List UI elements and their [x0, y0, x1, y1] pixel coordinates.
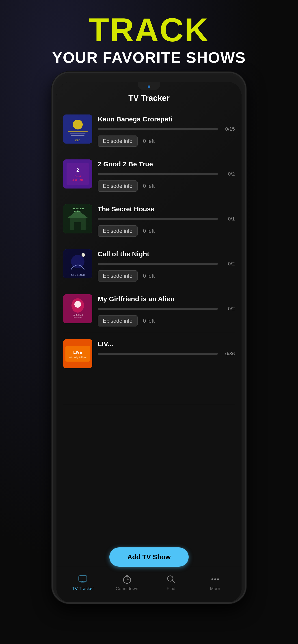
svg-text:LIVE: LIVE	[73, 350, 82, 355]
svg-point-1	[73, 120, 83, 130]
hero-section: TRACK YOUR FAVORITE SHOWS	[0, 14, 298, 66]
svg-rect-4	[71, 135, 84, 136]
episode-info-btn-2g2bt[interactable]: Episode info	[98, 180, 137, 192]
show-poster-2g2bt[interactable]: 2 Good 2 Be True	[63, 160, 92, 188]
svg-text:KBC: KBC	[75, 139, 80, 142]
progress-count-kbc: 0/15	[221, 126, 235, 132]
svg-rect-3	[70, 134, 86, 134]
svg-text:2 Be True: 2 Be True	[72, 178, 83, 181]
episodes-left-tsh: 0 left	[143, 228, 155, 234]
progress-count-tsh: 0/1	[221, 216, 235, 222]
show-poster-cotn[interactable]: Call of the Night	[63, 249, 92, 278]
hero-subtitle-text: YOUR FAVORITE SHOWS	[0, 49, 298, 66]
episode-info-btn-cotn[interactable]: Episode info	[98, 270, 137, 282]
show-title-mgiaa: My Girlfriend is an Alien	[98, 295, 235, 303]
tv-tracker-icon	[77, 574, 88, 585]
show-poster-mgiaa[interactable]: My Girlfriend is an Alien	[63, 294, 92, 323]
episode-info-btn-tsh[interactable]: Episode info	[98, 226, 137, 236]
show-info-cotn: Call of the Night 0/2 Episode info 0 lef…	[98, 249, 235, 282]
progress-bg-mgiaa	[98, 308, 218, 310]
nav-label-tv-tracker: TV Tracker	[72, 586, 94, 591]
episode-row-tsh: Episode info 0 left	[98, 226, 235, 236]
episode-row-kbc: Episode info 0 left	[98, 136, 235, 147]
show-item-cotn: Call of the Night Call of the Night 0/2	[63, 243, 235, 288]
svg-point-23	[74, 301, 81, 308]
progress-count-cotn: 0/2	[221, 261, 235, 267]
svg-text:Good: Good	[75, 175, 81, 178]
svg-point-18	[71, 255, 84, 268]
show-title-cotn: Call of the Night	[98, 250, 235, 258]
shows-list[interactable]: KBC Kaun Banega Crorepati 0/15 Episode	[56, 108, 242, 584]
svg-text:HOUSE: HOUSE	[74, 210, 81, 212]
hero-track-text: TRACK	[0, 14, 298, 46]
svg-rect-7	[67, 163, 89, 185]
progress-count-2g2bt: 0/2	[221, 171, 235, 177]
progress-row-kbc: 0/15	[98, 126, 235, 132]
episodes-left-kbc: 0 left	[143, 138, 155, 144]
progress-bg-live	[98, 353, 218, 355]
episode-row-cotn: Episode info 0 left	[98, 270, 235, 282]
show-item-tsh: THE SECRET HOUSE The Secret House 0/1	[63, 198, 235, 243]
show-title-tsh: The Secret House	[98, 205, 235, 213]
show-poster-tsh[interactable]: THE SECRET HOUSE	[63, 204, 92, 234]
show-info-kbc: Kaun Banega Crorepati 0/15 Episode info …	[98, 114, 235, 147]
progress-row-tsh: 0/1	[98, 216, 235, 222]
progress-row-mgiaa: 0/2	[98, 306, 235, 312]
episode-row-mgiaa: Episode info 0 left	[98, 315, 235, 326]
svg-point-19	[82, 253, 85, 257]
bottom-nav: TV Tracker Countdown	[56, 567, 242, 602]
phone-frame: TV Tracker KBC	[52, 72, 246, 604]
phone-notch	[138, 82, 160, 90]
svg-text:My Girlfriend: My Girlfriend	[73, 314, 83, 316]
svg-text:Call of the Night: Call of the Night	[71, 274, 85, 276]
svg-line-38	[172, 580, 175, 583]
svg-rect-2	[68, 131, 88, 132]
show-info-2g2bt: 2 Good 2 Be True 0/2 Episode info 0 left	[98, 160, 235, 192]
screen-content: TV Tracker KBC	[56, 82, 242, 602]
nav-label-countdown: Countdown	[116, 586, 138, 591]
svg-text:with Kelly & Ryan: with Kelly & Ryan	[69, 356, 86, 359]
nav-item-tv-tracker[interactable]: TV Tracker	[61, 574, 105, 591]
show-poster-live[interactable]: LIVE with Kelly & Ryan	[63, 339, 92, 368]
countdown-icon	[121, 574, 133, 585]
show-item-2g2bt: 2 Good 2 Be True 2 Good 2 Be True 0/2	[63, 153, 235, 198]
svg-point-39	[211, 578, 213, 580]
show-title-kbc: Kaun Banega Crorepati	[98, 116, 235, 123]
episode-row-2g2bt: Episode info 0 left	[98, 180, 235, 192]
episodes-left-cotn: 0 left	[143, 273, 155, 279]
episode-info-btn-mgiaa[interactable]: Episode info	[98, 315, 137, 326]
svg-rect-14	[74, 222, 81, 230]
phone-screen: TV Tracker KBC	[56, 82, 242, 602]
show-poster-kbc[interactable]: KBC	[63, 114, 92, 144]
episodes-left-2g2bt: 0 left	[143, 183, 155, 189]
nav-item-more[interactable]: More	[193, 574, 237, 591]
progress-bg-tsh	[98, 218, 218, 220]
episodes-left-mgiaa: 0 left	[143, 318, 155, 324]
app-title: TV Tracker	[56, 94, 242, 103]
show-item-live: LIVE with Kelly & Ryan LIV... 0/36	[63, 333, 235, 404]
nav-label-find: Find	[167, 586, 176, 591]
show-title-live: LIV...	[98, 340, 235, 348]
progress-row-cotn: 0/2	[98, 261, 235, 267]
nav-label-more: More	[210, 586, 220, 591]
progress-count-mgiaa: 0/2	[221, 306, 235, 312]
progress-bg-cotn	[98, 263, 218, 265]
add-tv-show-button[interactable]: Add TV Show	[109, 548, 188, 567]
nav-item-find[interactable]: Find	[149, 574, 193, 591]
add-show-overlay: Add TV Show	[56, 548, 242, 567]
nav-item-countdown[interactable]: Countdown	[105, 574, 149, 591]
more-icon	[210, 574, 221, 585]
show-info-live: LIV... 0/36	[98, 339, 235, 360]
progress-row-2g2bt: 0/2	[98, 171, 235, 177]
svg-text:2: 2	[76, 167, 79, 173]
episode-info-btn-kbc[interactable]: Episode info	[98, 136, 137, 147]
show-info-tsh: The Secret House 0/1 Episode info 0 left	[98, 204, 235, 236]
find-icon	[165, 574, 177, 585]
svg-point-40	[214, 578, 216, 580]
svg-text:is an Alien: is an Alien	[74, 316, 82, 318]
svg-point-41	[217, 578, 219, 580]
show-title-2g2bt: 2 Good 2 Be True	[98, 160, 235, 168]
svg-text:THE SECRET: THE SECRET	[71, 208, 84, 210]
progress-bg-kbc	[98, 128, 218, 130]
notch-camera	[148, 86, 150, 88]
